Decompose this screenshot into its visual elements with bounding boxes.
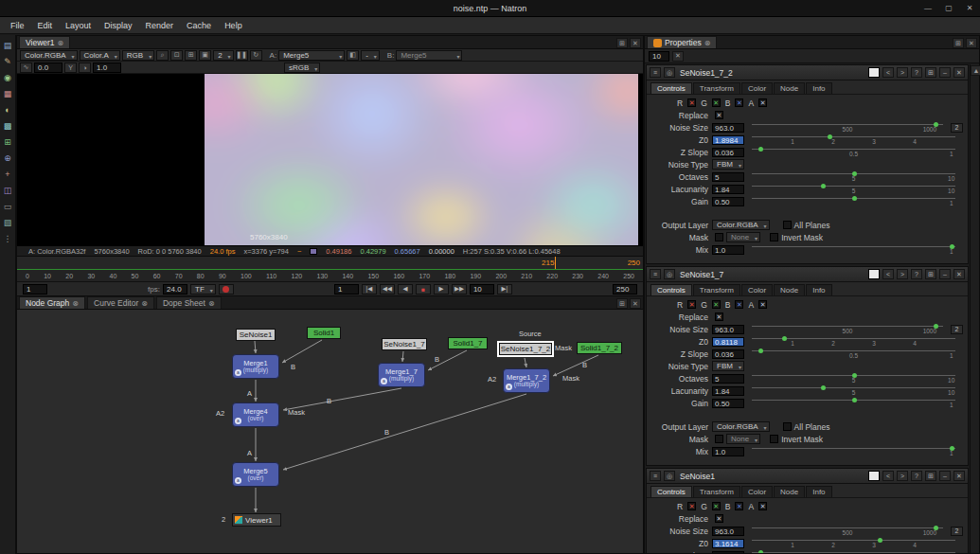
minimize-button[interactable]: — bbox=[918, 0, 938, 17]
toolbox-image-icon[interactable]: ▤ bbox=[1, 39, 14, 51]
z0-slider[interactable]: 1234 bbox=[752, 537, 955, 549]
gain-field[interactable]: 0.50 bbox=[712, 197, 744, 206]
slider-handle[interactable] bbox=[758, 550, 763, 553]
node-viewer1[interactable]: Viewer1 bbox=[232, 513, 281, 527]
panel-header[interactable]: ≡ ◎ SeNoise1_7_2 < > ? ⊞ – ✕ bbox=[647, 65, 968, 80]
refresh-button[interactable]: ↻ bbox=[250, 50, 262, 61]
channel-g-checkbox[interactable] bbox=[712, 300, 721, 309]
minimize-panel-icon[interactable]: – bbox=[939, 269, 951, 279]
z0-field[interactable]: 3.1614 bbox=[712, 539, 744, 548]
play-button[interactable]: ▶ bbox=[434, 284, 449, 295]
node-senoise1[interactable]: SeNoise1 bbox=[236, 329, 276, 341]
z0-field[interactable]: 0.8118 bbox=[712, 337, 744, 347]
gamma-icon[interactable]: ◑ bbox=[79, 63, 91, 73]
panel-tab[interactable]: Transform bbox=[693, 486, 740, 497]
lacunarity-field[interactable]: 1.84 bbox=[712, 185, 744, 194]
node-color-swatch[interactable] bbox=[868, 67, 880, 78]
toolbox-other-icon[interactable]: ⋮ bbox=[1, 232, 14, 244]
z-slope-slider[interactable]: 0.51 bbox=[752, 146, 955, 158]
menu-item[interactable]: Edit bbox=[31, 19, 60, 32]
toolbox-color-icon[interactable]: ◐ bbox=[1, 103, 14, 116]
output-layer-select[interactable]: Color.RGBA bbox=[712, 220, 770, 230]
channel-r-checkbox[interactable] bbox=[687, 300, 696, 309]
mask-checkbox[interactable] bbox=[715, 435, 723, 443]
channel-b-checkbox[interactable] bbox=[735, 502, 743, 510]
slider-handle[interactable] bbox=[821, 385, 826, 390]
fps-field[interactable]: 24.0 bbox=[163, 284, 187, 295]
mix-field[interactable]: 1.0 bbox=[712, 245, 744, 255]
lacunarity-slider[interactable]: 510 bbox=[752, 183, 955, 195]
gain-slider[interactable]: 1 bbox=[752, 195, 955, 207]
lacunarity-field[interactable]: 1.84 bbox=[712, 386, 744, 396]
mix-slider[interactable]: 1 bbox=[752, 445, 955, 457]
slider-handle[interactable] bbox=[821, 184, 826, 188]
channel-g-checkbox[interactable] bbox=[712, 502, 721, 510]
noise-type-select[interactable]: FBM bbox=[712, 361, 744, 371]
gain-icon[interactable]: ∿ bbox=[20, 63, 32, 73]
toolbox-extra-icon[interactable]: ▧ bbox=[1, 216, 14, 228]
node-merge1[interactable]: Merge1 (multiply) a bbox=[232, 354, 279, 379]
properties-scrollbar[interactable]: ▲ bbox=[970, 64, 979, 553]
replace-checkbox[interactable] bbox=[715, 313, 723, 321]
octaves-field[interactable]: 5 bbox=[712, 374, 744, 384]
all-planes-checkbox[interactable] bbox=[783, 422, 792, 431]
panel-tab[interactable]: Controls bbox=[650, 82, 692, 94]
menu-item[interactable]: Render bbox=[139, 19, 181, 32]
undo-icon[interactable]: < bbox=[882, 471, 894, 481]
next-keyframe-button[interactable]: ▶▶ bbox=[452, 284, 467, 295]
toolbox-draw-icon[interactable]: ✎ bbox=[1, 55, 14, 67]
replace-checkbox[interactable] bbox=[715, 111, 723, 119]
gain-slider[interactable]: 1 bbox=[752, 397, 955, 409]
panel-float-icon[interactable]: ⊞ bbox=[616, 38, 628, 48]
timeline-behaviour-select[interactable]: TF bbox=[190, 284, 216, 295]
noise-size-slider[interactable]: 5001000 bbox=[752, 323, 943, 335]
mask-source-select[interactable]: None bbox=[726, 434, 760, 444]
settings-icon[interactable]: ≡ bbox=[650, 67, 661, 78]
gamma-field[interactable]: 1.0 bbox=[93, 63, 121, 73]
float-panel-icon[interactable]: ⊞ bbox=[925, 471, 936, 481]
help-icon[interactable]: ? bbox=[911, 67, 922, 78]
wipe-operator-select[interactable]: - bbox=[361, 50, 380, 61]
noise-type-select[interactable]: FBM bbox=[712, 159, 744, 170]
tab-close-icon[interactable]: ⊗ bbox=[72, 299, 79, 308]
playhead[interactable] bbox=[555, 257, 556, 269]
mix-slider[interactable]: 1 bbox=[752, 243, 955, 256]
node-senoise1-7-2[interactable]: SeNoise1_7_2 bbox=[499, 343, 552, 355]
panel-header[interactable]: ≡ ◎ SeNoise1 < > ? ⊞ – ✕ bbox=[647, 469, 968, 484]
toolbox-channel-icon[interactable]: ▦ bbox=[1, 87, 14, 99]
undo-icon[interactable]: < bbox=[882, 269, 894, 279]
tab-properties[interactable]: Properties ⊗ bbox=[647, 36, 717, 48]
panel-close-icon[interactable]: ✕ bbox=[630, 38, 641, 48]
help-icon[interactable]: ? bbox=[911, 471, 922, 481]
settings-icon[interactable]: ≡ bbox=[650, 471, 661, 481]
panel-tab[interactable]: Node bbox=[774, 82, 805, 94]
panel-tab[interactable]: Node bbox=[774, 486, 805, 497]
node-merge5[interactable]: Merge5 (over) a bbox=[232, 462, 279, 487]
timeline-ruler[interactable]: 215 250 bbox=[17, 256, 643, 270]
octaves-slider[interactable]: 510 bbox=[752, 372, 955, 384]
in-point-field[interactable]: 1 bbox=[23, 284, 47, 295]
panel-tab[interactable]: Color bbox=[741, 82, 773, 94]
stop-button[interactable]: ■ bbox=[416, 284, 431, 295]
float-panel-icon[interactable]: ⊞ bbox=[925, 269, 936, 279]
node-solid1[interactable]: Solid1 bbox=[307, 327, 341, 339]
channel-g-checkbox[interactable] bbox=[712, 98, 721, 107]
previous-frame-button[interactable]: ◀ bbox=[398, 284, 413, 295]
wipe-button[interactable]: ◧ bbox=[347, 50, 359, 61]
graph-tab[interactable]: Dope Sheet ⊗ bbox=[156, 296, 222, 309]
dimension-switch-button[interactable]: 2 bbox=[951, 123, 963, 133]
close-panel-icon[interactable]: ✕ bbox=[953, 269, 965, 279]
panel-close-icon[interactable]: ✕ bbox=[630, 298, 641, 309]
help-icon[interactable]: ? bbox=[911, 269, 922, 279]
menu-item[interactable]: Display bbox=[98, 19, 139, 32]
menu-item[interactable]: File bbox=[4, 19, 31, 32]
noise-size-slider[interactable]: 5001000 bbox=[752, 525, 943, 537]
node-solid1-7-2[interactable]: Solid1_7_2 bbox=[577, 342, 622, 354]
z0-slider[interactable]: 1234 bbox=[752, 335, 955, 348]
channel-a-checkbox[interactable] bbox=[758, 300, 767, 309]
z-slope-field[interactable]: 0.036 bbox=[712, 148, 744, 157]
clear-panels-button[interactable]: ✕ bbox=[672, 51, 684, 62]
panel-float-icon[interactable]: ⊞ bbox=[953, 38, 964, 48]
graph-tab[interactable]: Curve Editor ⊗ bbox=[87, 296, 154, 309]
toolbox-merge-icon[interactable]: ⊕ bbox=[1, 152, 14, 164]
